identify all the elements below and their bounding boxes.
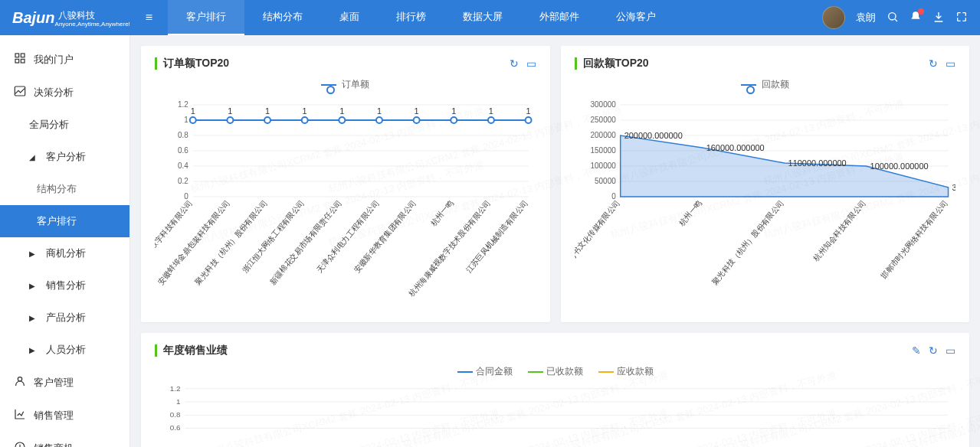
svg-text:邯郸市时光网络科技有限公司: 邯郸市时光网络科技有限公司	[879, 198, 949, 280]
sidebar-item-label: 销售管理	[34, 409, 74, 423]
svg-text:安徽蚌埠金鼎包装科技有限公司: 安徽蚌埠金鼎包装科技有限公司	[156, 198, 231, 286]
maximize-icon[interactable]: ▭	[526, 57, 536, 70]
svg-text:1: 1	[526, 106, 531, 116]
edit-icon[interactable]: ✎	[912, 344, 921, 357]
header-right: 袁朗	[822, 6, 968, 29]
svg-text:1: 1	[303, 106, 307, 116]
chart-legend: 合同金额已收款额应收款额	[155, 365, 955, 378]
logo[interactable]: Bajun 八骏科技 Anyone,Anytime,Anywhere!	[12, 8, 130, 28]
legend-item[interactable]: 已收款额	[528, 366, 583, 377]
svg-point-37	[451, 117, 457, 123]
tab-0[interactable]: 客户排行	[168, 0, 244, 35]
sidebar-item[interactable]: 客户排行	[0, 205, 129, 237]
svg-rect-4	[21, 59, 25, 63]
svg-text:150000: 150000	[590, 146, 616, 155]
card-order-top20: 订单额TOP20 ↻ ▭ 订单额 00.20.40.60.811.2111111…	[141, 46, 550, 322]
svg-text:安徽新华教育集团有限公司: 安徽新华教育集团有限公司	[352, 198, 418, 274]
chart-legend: 订单额	[155, 78, 536, 91]
card-title: 订单额TOP20	[163, 57, 229, 70]
tab-6[interactable]: 公海客户	[598, 0, 674, 35]
notification-icon[interactable]	[910, 11, 922, 25]
legend-item[interactable]: 应收款额	[598, 366, 654, 377]
svg-text:新疆棉花交易市场有限责任公司: 新疆棉花交易市场有限责任公司	[268, 198, 343, 286]
card-title: 回款额TOP20	[583, 57, 649, 70]
card-annual-sales: 年度销售业绩 ✎ ↻ ▭ 合同金额已收款额应收款额 0.60.811.2杭州八骏…	[141, 333, 969, 447]
sidebar-item[interactable]: 客户管理	[0, 366, 129, 399]
refresh-icon[interactable]: ↻	[929, 57, 938, 70]
svg-text:1: 1	[176, 397, 180, 406]
refresh-icon[interactable]: ↻	[510, 57, 519, 70]
svg-text:杭州一鸣: 杭州一鸣	[428, 198, 455, 228]
refresh-icon[interactable]: ↻	[929, 344, 938, 357]
tab-1[interactable]: 结构分布	[244, 0, 321, 35]
sidebar-item-label: 我的门户	[34, 53, 74, 67]
svg-text:杭州知会科技有限公司: 杭州知会科技有限公司	[811, 198, 867, 263]
card-payment-top20: 回款额TOP20 ↻ ▭ 回款额 05000010000015000020000…	[561, 46, 970, 322]
main-content: 订单额TOP20 ↻ ▭ 订单额 00.20.40.60.811.2111111…	[130, 35, 980, 447]
sidebar-item[interactable]: 全局分析	[0, 109, 129, 141]
svg-point-41	[526, 117, 532, 123]
user-icon	[14, 375, 26, 390]
svg-text:天津众利电力工程有限公司: 天津众利电力工程有限公司	[315, 198, 380, 274]
svg-text:0.6: 0.6	[178, 146, 188, 155]
sidebar-item-label: 商机分析	[46, 246, 86, 260]
svg-text:浙江恒大网络工程有限公司: 浙江恒大网络工程有限公司	[241, 198, 306, 274]
sidebar-item[interactable]: 我的门户	[0, 43, 129, 76]
maximize-icon[interactable]: ▭	[946, 57, 955, 70]
svg-point-23	[190, 117, 196, 123]
tab-3[interactable]: 排行榜	[378, 0, 444, 35]
sidebar-item-label: 全局分析	[29, 118, 69, 132]
download-icon[interactable]	[932, 11, 945, 25]
logo-main: Bajun	[12, 9, 55, 27]
svg-text:250000: 250000	[590, 116, 616, 124]
payment-area-chart[interactable]: 0500001000001500002000002500003000002000…	[575, 97, 956, 312]
sidebar-item[interactable]: 销售商机	[0, 432, 129, 447]
sales-icon	[14, 408, 26, 423]
svg-point-6	[18, 377, 21, 381]
svg-text:聚光科技（杭州）股份有限公司: 聚光科技（杭州）股份有限公司	[710, 198, 785, 286]
svg-rect-2	[21, 54, 25, 57]
sidebar-item[interactable]: ▶商机分析	[0, 237, 129, 269]
logo-cn: 八骏科技 Anyone,Anytime,Anywhere!	[55, 8, 130, 28]
sidebar-item[interactable]: 决策分析	[0, 76, 129, 109]
tab-2[interactable]: 桌面	[321, 0, 378, 35]
svg-point-25	[227, 117, 233, 123]
svg-point-27	[264, 117, 270, 123]
svg-rect-3	[15, 59, 19, 63]
legend-item[interactable]: 合同金额	[457, 366, 513, 377]
annual-line-chart[interactable]: 0.60.811.2杭州八骏科技有限公司XCRM2 套账 2024-02-13 …	[155, 384, 955, 447]
sidebar-item[interactable]: ▶产品分析	[0, 302, 129, 334]
top-tabs: 客户排行结构分布桌面排行榜数据大屏外部邮件公海客户	[168, 0, 674, 35]
sidebar-item-label: 销售商机	[34, 442, 74, 448]
sidebar-item-label: 结构分布	[37, 182, 77, 196]
order-line-chart[interactable]: 00.20.40.60.811.21111111111杭州天林数字科技有限公司安…	[155, 97, 536, 312]
sidebar-item-label: 人员分析	[46, 343, 86, 357]
sidebar: 我的门户决策分析全局分析◢客户分析结构分布客户排行▶商机分析▶销售分析▶产品分析…	[0, 35, 130, 447]
svg-text:0.2: 0.2	[178, 177, 188, 185]
search-icon[interactable]	[887, 11, 899, 25]
username[interactable]: 袁朗	[856, 11, 876, 24]
svg-point-39	[488, 117, 494, 123]
sidebar-item[interactable]: ▶人员分析	[0, 334, 129, 366]
sidebar-item-label: 决策分析	[34, 86, 74, 100]
avatar[interactable]	[822, 6, 845, 29]
svg-point-29	[302, 117, 308, 123]
sidebar-item[interactable]: ▶销售分析	[0, 269, 129, 302]
svg-text:杭州一鸣: 杭州一鸣	[677, 198, 703, 228]
sidebar-item[interactable]: 结构分布	[0, 173, 129, 205]
sidebar-item[interactable]: 销售管理	[0, 399, 129, 432]
maximize-icon[interactable]: ▭	[946, 344, 955, 357]
sidebar-item[interactable]: ◢客户分析	[0, 141, 129, 173]
svg-text:110000.000000: 110000.000000	[788, 158, 846, 168]
tab-4[interactable]: 数据大屏	[444, 0, 521, 35]
menu-toggle-icon[interactable]: ≡	[146, 11, 152, 24]
svg-text:北京智博尚书文化传媒有限公司: 北京智博尚书文化传媒有限公司	[575, 198, 621, 286]
tab-5[interactable]: 外部邮件	[521, 0, 598, 35]
grid-icon	[14, 52, 26, 67]
svg-text:杭州海康威视数字技术股份有限公司: 杭州海康威视数字技术股份有限公司	[407, 198, 493, 299]
expand-icon[interactable]	[955, 11, 968, 25]
svg-text:0.8: 0.8	[170, 410, 181, 419]
sidebar-item-label: 客户分析	[46, 150, 86, 164]
svg-point-0	[889, 12, 896, 19]
chart-legend: 回款额	[575, 78, 956, 91]
